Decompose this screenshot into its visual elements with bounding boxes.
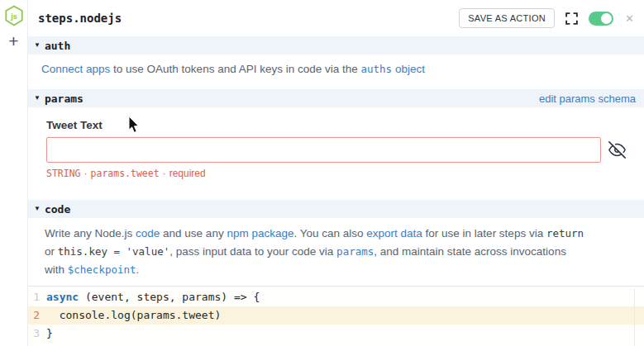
editor-edge-divider xyxy=(634,288,635,346)
code-text-rest: (event, steps, params) => { xyxy=(79,291,260,303)
fullscreen-icon[interactable] xyxy=(565,12,579,26)
tweet-text-label: Tweet Text xyxy=(46,119,626,133)
code-docs-link[interactable]: code xyxy=(136,227,160,239)
collapse-triangle-icon: ▼ xyxy=(34,95,41,102)
eye-slash-icon xyxy=(608,141,626,159)
nodejs-icon: js xyxy=(4,5,24,26)
params-section-content: Tweet Text STRING·params.tweet·required xyxy=(28,107,644,200)
collapse-triangle-icon: ▼ xyxy=(34,206,41,212)
edit-params-schema-link[interactable]: edit params schema xyxy=(539,92,636,105)
step-enabled-toggle[interactable] xyxy=(589,12,613,26)
tweet-text-input-row xyxy=(46,133,626,163)
field-path: params.tweet xyxy=(91,168,160,179)
tweet-text-input[interactable] xyxy=(46,137,601,163)
save-as-action-button[interactable]: SAVE AS ACTION xyxy=(459,8,555,28)
code-line-2-active: 2 console.log(params.tweet) xyxy=(28,306,644,325)
code-text-rest: console.log(params.tweet) xyxy=(46,309,221,321)
collapse-triangle-icon: ▼ xyxy=(34,42,41,49)
code-description-line: Write any Node.js code and use any npm p… xyxy=(45,225,627,243)
connect-apps-link[interactable]: Connect apps xyxy=(41,63,110,75)
params-link[interactable]: params xyxy=(336,245,374,258)
field-type: STRING xyxy=(46,168,81,179)
meta-separator: · xyxy=(163,168,166,179)
desc-text: Write any Node.js xyxy=(45,227,136,239)
this-key-snippet: this.key = 'value' xyxy=(58,245,169,258)
toggle-knob xyxy=(601,13,612,24)
auths-object-link[interactable]: auths xyxy=(361,63,393,75)
desc-text: , and maintain state across invocations xyxy=(374,245,566,258)
desc-text: , pass input data to your code via xyxy=(169,245,336,258)
export-data-link[interactable]: export data xyxy=(366,227,422,239)
code-description-line: or this.key = 'value', pass input data t… xyxy=(45,243,627,261)
auth-text: to use OAuth tokens and API keys in code… xyxy=(110,63,360,75)
code-section-header[interactable]: ▼ code xyxy=(28,200,644,218)
step-editor-panel: js + steps.nodejs SAVE AS ACTION ✕ xyxy=(0,0,644,346)
svg-text:js: js xyxy=(10,12,17,21)
checkpoint-link[interactable]: $checkpoint xyxy=(68,263,136,276)
code-text-rest: } xyxy=(46,327,53,339)
workflow-rail: js + xyxy=(0,0,28,346)
code-line-1: 1 async (event, steps, params) => { xyxy=(28,288,644,306)
auth-section-header[interactable]: ▼ auth xyxy=(28,36,644,55)
npm-package-link[interactable]: npm package xyxy=(227,227,293,239)
code-editor[interactable]: 1 async (event, steps, params) => { 2 co… xyxy=(28,286,644,346)
line-number: 1 xyxy=(30,288,40,306)
desc-text: or xyxy=(45,245,58,258)
step-editor-main: steps.nodejs SAVE AS ACTION ✕ ▼ auth Con… xyxy=(28,0,644,346)
line-number: 3 xyxy=(30,325,40,343)
toggle-value-visibility-button[interactable] xyxy=(608,141,626,159)
header-actions: SAVE AS ACTION ✕ xyxy=(459,8,636,28)
step-title: steps.nodejs xyxy=(38,12,122,25)
line-number: 2 xyxy=(30,306,40,325)
desc-text: for use in later steps via xyxy=(422,227,546,239)
desc-text: . You can also xyxy=(293,227,366,239)
code-description: Write any Node.js code and use any npm p… xyxy=(28,218,644,286)
close-icon[interactable]: ✕ xyxy=(623,12,636,25)
params-section-title: params xyxy=(45,92,83,105)
desc-text: . xyxy=(136,263,140,276)
auths-object-link-suffix[interactable]: object xyxy=(392,63,425,75)
desc-text: and use any xyxy=(160,227,227,239)
code-line-text: async (event, steps, params) => { xyxy=(46,288,260,306)
step-header: steps.nodejs SAVE AS ACTION ✕ xyxy=(28,0,644,36)
auth-section-title: auth xyxy=(45,40,70,52)
code-line-3: 3 } xyxy=(28,325,644,343)
code-line-text: } xyxy=(46,325,53,343)
auth-section-content: Connect apps to use OAuth tokens and API… xyxy=(28,55,644,89)
return-keyword: return xyxy=(546,227,584,239)
params-section-header[interactable]: ▼ params edit params schema xyxy=(28,89,644,107)
desc-text: with xyxy=(45,263,68,276)
code-description-line: with $checkpoint. xyxy=(45,261,627,279)
meta-separator: · xyxy=(84,168,88,179)
field-required-flag: required xyxy=(169,168,206,179)
field-meta: STRING·params.tweet·required xyxy=(46,168,626,180)
add-step-button[interactable]: + xyxy=(8,33,18,50)
code-line-text: console.log(params.tweet) xyxy=(46,306,221,325)
async-keyword: async xyxy=(46,291,79,303)
code-section-title: code xyxy=(45,203,70,216)
